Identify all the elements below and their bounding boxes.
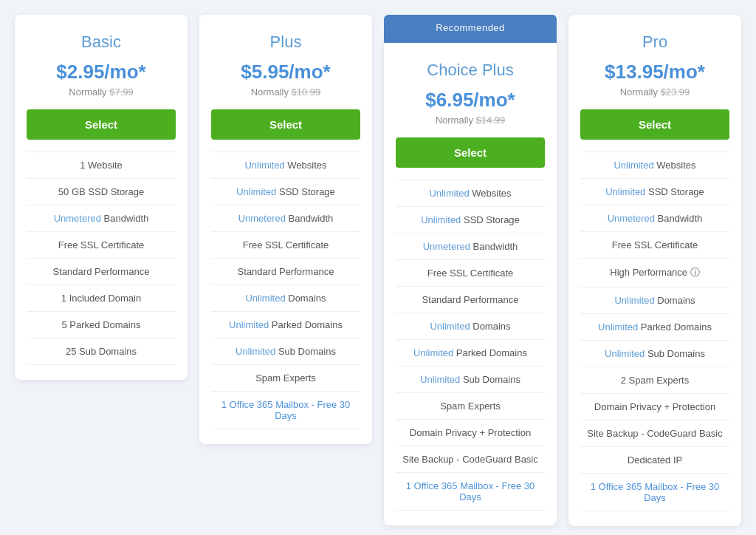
plan-card-basic: Basic$2.95/mo*Normally $7.99Select1 Webs… [15, 15, 188, 380]
plan-price-basic: $2.95/mo* [27, 61, 176, 84]
feature-item: Spam Experts [211, 365, 360, 392]
feature-item: Free SSL Certificate [27, 232, 176, 259]
feature-item: Site Backup - CodeGuard Basic [580, 420, 729, 447]
feature-item: 2 Spam Experts [580, 367, 729, 394]
plan-price-choice-plus: $6.95/mo* [396, 89, 545, 112]
feature-item: 1 Included Domain [27, 285, 176, 312]
feature-item: Unlimited SSD Storage [211, 179, 360, 205]
select-button-plus[interactable]: Select [211, 109, 360, 140]
feature-item: 50 GB SSD Storage [27, 179, 176, 205]
recommended-badge: Recommended [384, 15, 557, 41]
plan-card-choice-plus: Choice Plus$6.95/mo*Normally $14.99Selec… [384, 41, 557, 525]
feature-item: Standard Performance [27, 259, 176, 285]
feature-item: 1 Office 365 Mailbox - Free 30 Days [580, 474, 729, 511]
feature-item: Site Backup - CodeGuard Basic [396, 446, 545, 473]
feature-item: Dedicated IP [580, 447, 729, 474]
plan-name-basic: Basic [27, 33, 176, 52]
plan-wrapper-basic: Basic$2.95/mo*Normally $7.99Select1 Webs… [15, 15, 188, 380]
feature-item: Free SSL Certificate [396, 260, 545, 287]
feature-item: Unlimited Domains [211, 285, 360, 312]
feature-item: Unlimited Parked Domains [211, 312, 360, 338]
feature-item: Standard Performance [396, 287, 545, 313]
features-list-choice-plus: Unlimited WebsitesUnlimited SSD StorageU… [396, 180, 545, 511]
select-button-choice-plus[interactable]: Select [396, 137, 545, 168]
feature-item: Unlimited Parked Domains [580, 314, 729, 341]
features-list-basic: 1 Website50 GB SSD StorageUnmetered Band… [27, 151, 176, 365]
feature-item: Unlimited Sub Domains [580, 341, 729, 367]
feature-item: Unlimited Sub Domains [211, 338, 360, 365]
select-button-pro[interactable]: Select [580, 109, 729, 140]
features-list-plus: Unlimited WebsitesUnlimited SSD StorageU… [211, 151, 360, 429]
plan-normal-price-basic: Normally $7.99 [27, 86, 176, 98]
feature-item: Unlimited Websites [211, 152, 360, 179]
feature-item: 5 Parked Domains [27, 312, 176, 338]
plan-normal-price-plus: Normally $10.99 [211, 86, 360, 98]
plan-normal-price-pro: Normally $23.99 [580, 86, 729, 98]
feature-item: Unlimited Websites [396, 180, 545, 207]
feature-item: Spam Experts [396, 393, 545, 420]
feature-item: Unmetered Bandwidth [211, 205, 360, 232]
feature-item: Free SSL Certificate [580, 232, 729, 259]
feature-item: Unlimited Domains [580, 287, 729, 314]
feature-item: Unmetered Bandwidth [27, 205, 176, 232]
plan-wrapper-plus: Plus$5.95/mo*Normally $10.99SelectUnlimi… [199, 15, 372, 444]
plan-name-pro: Pro [580, 33, 729, 52]
plan-wrapper-choice-plus: RecommendedChoice Plus$6.95/mo*Normally … [384, 15, 557, 525]
pricing-container: Basic$2.95/mo*Normally $7.99Select1 Webs… [15, 15, 741, 526]
plan-normal-price-choice-plus: Normally $14.99 [396, 115, 545, 126]
feature-item: Domain Privacy + Protection [396, 420, 545, 446]
features-list-pro: Unlimited WebsitesUnlimited SSD StorageU… [580, 151, 729, 511]
feature-item: Unlimited SSD Storage [396, 207, 545, 234]
feature-item: Unmetered Bandwidth [396, 234, 545, 260]
plan-name-choice-plus: Choice Plus [396, 61, 545, 80]
plan-name-plus: Plus [211, 33, 360, 52]
plan-card-plus: Plus$5.95/mo*Normally $10.99SelectUnlimi… [199, 15, 372, 444]
feature-item: Unlimited Domains [396, 313, 545, 340]
plan-price-plus: $5.95/mo* [211, 61, 360, 84]
feature-item: Free SSL Certificate [211, 232, 360, 259]
feature-item: Unmetered Bandwidth [580, 205, 729, 232]
feature-item: Unlimited Parked Domains [396, 340, 545, 367]
feature-item: 1 Office 365 Mailbox - Free 30 Days [396, 473, 545, 511]
plan-price-pro: $13.95/mo* [580, 61, 729, 84]
feature-item: High Performance ⓘ [580, 259, 729, 287]
feature-item: Unlimited SSD Storage [580, 179, 729, 205]
feature-item: Domain Privacy + Protection [580, 394, 729, 420]
feature-item: Unlimited Websites [580, 152, 729, 179]
select-button-basic[interactable]: Select [27, 109, 176, 140]
feature-item: 1 Office 365 Mailbox - Free 30 Days [211, 392, 360, 429]
feature-item: 25 Sub Domains [27, 338, 176, 365]
plan-wrapper-pro: Pro$13.95/mo*Normally $23.99SelectUnlimi… [568, 15, 741, 526]
feature-item: 1 Website [27, 152, 176, 179]
plan-card-pro: Pro$13.95/mo*Normally $23.99SelectUnlimi… [568, 15, 741, 526]
feature-item: Unlimited Sub Domains [396, 367, 545, 393]
feature-item: Standard Performance [211, 259, 360, 285]
